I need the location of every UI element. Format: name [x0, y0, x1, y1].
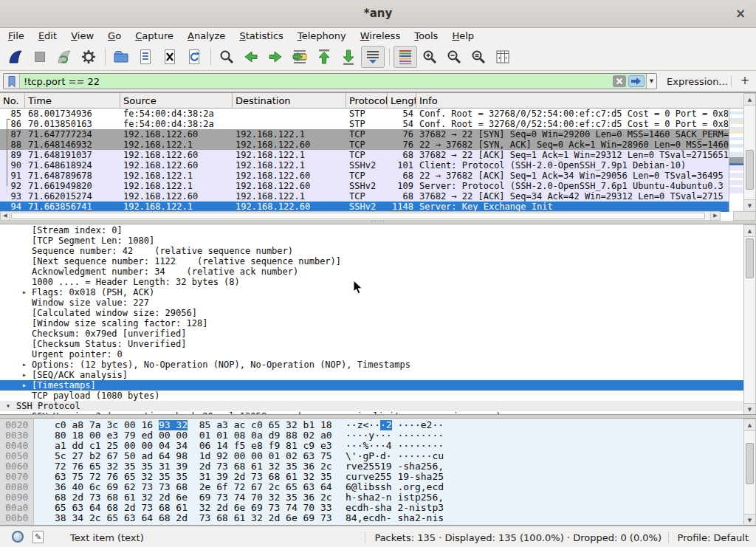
expand-arrow-icon[interactable]: ▸: [22, 287, 27, 297]
filter-clear-button[interactable]: [613, 75, 626, 87]
detail-line[interactable]: [Next sequence number: 1122 (relative se…: [0, 256, 743, 266]
menu-go[interactable]: Go: [103, 29, 126, 44]
menu-telephony[interactable]: Telephony: [292, 29, 351, 44]
hex-scrollbar[interactable]: ▲ ▼: [743, 419, 756, 526]
expression-button[interactable]: Expression...: [667, 76, 728, 87]
packet-minimap[interactable]: [729, 109, 743, 212]
filter-history-button[interactable]: ▼: [646, 74, 656, 89]
expand-arrow-icon[interactable]: ▸: [22, 380, 27, 391]
colorize-button[interactable]: [394, 46, 417, 68]
collapse-arrow-icon[interactable]: ▾: [6, 401, 10, 411]
menu-statistics[interactable]: Statistics: [234, 29, 288, 44]
packet-list-scrollbar[interactable]: ▲ ▼: [743, 93, 756, 212]
column-header-source[interactable]: Source: [120, 93, 233, 109]
packet-row[interactable]: 8771.647777234192.168.122.60192.168.122.…: [0, 129, 729, 140]
hex-row[interactable]: 003080 18 00 e3 79 ed 00 00 01 01 08 0a …: [0, 430, 743, 441]
packet-row[interactable]: 8871.648146932192.168.122.1192.168.122.6…: [0, 140, 729, 150]
zoom-out-button[interactable]: [442, 46, 466, 68]
go-forward-button[interactable]: [264, 46, 287, 68]
go-last-packet-button[interactable]: [337, 46, 360, 68]
expand-arrow-icon[interactable]: ▸: [22, 370, 27, 380]
menu-capture[interactable]: Capture: [130, 29, 179, 44]
hex-row[interactable]: 00b038 34 2c 65 63 64 68 2d 73 68 61 32 …: [0, 513, 743, 523]
packet-row[interactable]: 9171.648789678192.168.122.1192.168.122.6…: [0, 171, 729, 181]
zoom-in-button[interactable]: [418, 46, 441, 68]
detail-line[interactable]: Sequence number: 42 (relative sequence n…: [0, 246, 743, 256]
detail-line[interactable]: ▸Flags: 0x018 (PSH, ACK): [0, 287, 743, 297]
detail-line[interactable]: Window size value: 227: [0, 297, 743, 308]
capture-comment-icon[interactable]: ✎: [32, 531, 44, 543]
hscrollbar-thumb[interactable]: [11, 213, 705, 219]
detail-line[interactable]: [Stream index: 0]: [0, 225, 743, 235]
hex-row[interactable]: 007063 75 72 76 65 32 35 35 31 39 2d 73 …: [0, 472, 743, 482]
capture-stop-button[interactable]: [28, 46, 52, 68]
scroll-down-icon[interactable]: ▼: [744, 199, 755, 211]
go-first-packet-button[interactable]: [312, 46, 336, 68]
zoom-reset-button[interactable]: [467, 46, 490, 68]
packet-row[interactable]: 9071.648618924192.168.122.60192.168.122.…: [0, 160, 729, 171]
hex-row[interactable]: 0040a1 dd c1 25 00 00 04 34 06 14 f5 e8 …: [0, 441, 743, 451]
detail-line[interactable]: [Checksum Status: Unverified]: [0, 339, 743, 349]
capture-options-button[interactable]: [77, 46, 100, 68]
details-scrollbar[interactable]: ▲ ▼: [743, 224, 756, 415]
scroll-left-icon[interactable]: ◀: [1, 212, 10, 220]
packet-row[interactable]: 8670.013850163fe:54:00:d4:38:2aSTP54Conf…: [0, 119, 729, 129]
detail-line[interactable]: Checksum: 0x79ed [unverified]: [0, 328, 743, 339]
scrollbar-thumb[interactable]: [746, 238, 754, 278]
menu-tools[interactable]: Tools: [409, 29, 443, 44]
scrollbar-thumb[interactable]: [746, 150, 754, 190]
filter-bookmark-button[interactable]: [4, 74, 20, 89]
hex-row[interactable]: 00505c 27 b2 67 50 ad 64 98 1d 92 00 00 …: [0, 451, 743, 461]
hex-row[interactable]: 008036 40 6c 69 62 73 73 68 2e 6f 72 67 …: [0, 482, 743, 492]
scroll-right-icon[interactable]: ▶: [710, 212, 720, 220]
resize-columns-button[interactable]: [491, 46, 515, 68]
filter-apply-button[interactable]: [628, 75, 645, 87]
close-window-icon[interactable]: ×: [732, 5, 749, 21]
hex-row[interactable]: 009068 2d 73 68 61 32 2d 6e 69 73 74 70 …: [0, 492, 743, 503]
column-header-protocol[interactable]: Protocol: [346, 93, 388, 109]
go-to-packet-button[interactable]: [288, 46, 312, 68]
column-header-time[interactable]: Time: [25, 93, 120, 109]
detail-line[interactable]: TCP payload (1080 bytes): [0, 391, 743, 401]
column-header-info[interactable]: Info: [416, 93, 743, 109]
detail-line[interactable]: [Calculated window size: 29056]: [0, 308, 743, 318]
column-header-length[interactable]: Length: [388, 93, 416, 109]
menu-view[interactable]: View: [66, 29, 99, 44]
expand-arrow-icon[interactable]: ▸: [22, 359, 27, 370]
display-filter-input[interactable]: [20, 76, 613, 87]
close-file-button[interactable]: [158, 46, 182, 68]
find-packet-button[interactable]: [215, 46, 238, 68]
scroll-up-icon[interactable]: ▲: [744, 225, 755, 237]
save-file-button[interactable]: [134, 46, 157, 68]
detail-line[interactable]: ▸[SEQ/ACK analysis]: [0, 370, 743, 380]
capture-restart-button[interactable]: [52, 46, 76, 68]
menu-edit[interactable]: Edit: [33, 29, 62, 44]
menu-help[interactable]: Help: [447, 29, 479, 44]
packet-row[interactable]: 8971.648191037192.168.122.60192.168.122.…: [0, 150, 729, 160]
hex-row[interactable]: 0020c0 a8 7a 3c 00 16 93 32 85 a3 ac c0 …: [0, 420, 743, 430]
scroll-down-icon[interactable]: ▼: [744, 514, 755, 526]
scroll-up-icon[interactable]: ▲: [744, 94, 755, 106]
hex-row[interactable]: 006072 76 65 32 35 35 31 39 2d 73 68 61 …: [0, 461, 743, 472]
scrollbar-thumb[interactable]: [746, 443, 754, 484]
packet-row[interactable]: 9471.663856741192.168.122.1192.168.122.6…: [0, 202, 729, 212]
column-header-no[interactable]: No.: [0, 93, 25, 109]
detail-line[interactable]: ▸Options: (12 bytes), No-Operation (NOP)…: [0, 359, 743, 370]
detail-line[interactable]: [Window size scaling factor: 128]: [0, 318, 743, 328]
display-filter-field[interactable]: ▼: [3, 73, 657, 89]
menu-wireless[interactable]: Wireless: [355, 29, 405, 44]
packet-list-hscrollbar[interactable]: ◀ ▶: [0, 211, 721, 221]
packet-row[interactable]: 8568.001734936fe:54:00:d4:38:2aSTP54Conf…: [0, 109, 729, 119]
detail-line[interactable]: ▾SSH Protocol: [0, 401, 743, 411]
title-bar[interactable]: *any ×: [0, 0, 756, 28]
auto-scroll-button[interactable]: [361, 46, 385, 68]
packet-row[interactable]: 9371.662015274192.168.122.60192.168.122.…: [0, 191, 729, 202]
scroll-up-icon[interactable]: ▲: [744, 419, 755, 431]
menu-analyze[interactable]: Analyze: [182, 29, 230, 44]
detail-line[interactable]: Acknowledgment number: 34 (relative ack …: [0, 266, 743, 277]
add-filter-button[interactable]: +: [738, 74, 752, 89]
capture-start-button[interactable]: [4, 46, 27, 68]
detail-line[interactable]: Urgent pointer: 0: [0, 349, 743, 359]
reload-file-button[interactable]: [182, 46, 206, 68]
status-profile[interactable]: Profile: Default: [668, 532, 749, 543]
